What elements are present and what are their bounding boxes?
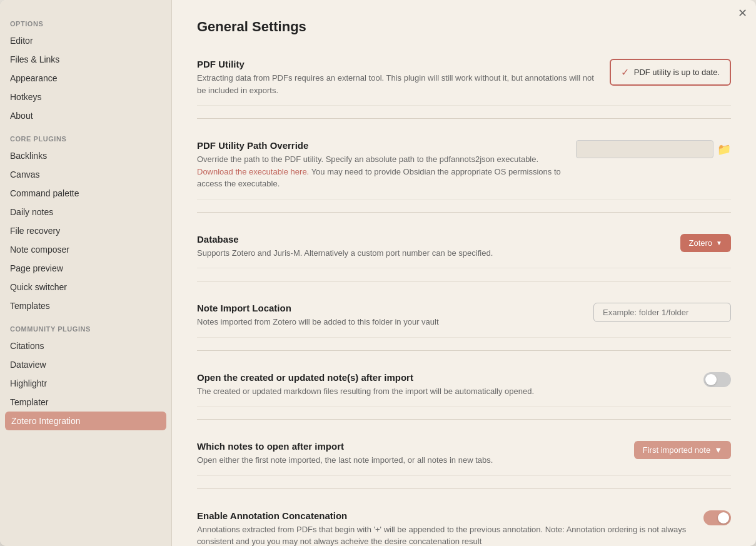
sidebar-item-zotero-integration[interactable]: Zotero Integration bbox=[5, 412, 166, 430]
options-section-label: Options bbox=[0, 10, 171, 31]
sidebar-item-backlinks[interactable]: Backlinks bbox=[0, 146, 171, 165]
sidebar-item-canvas[interactable]: Canvas bbox=[0, 165, 171, 184]
chevron-down-icon: ▼ bbox=[714, 445, 722, 455]
folder-button[interactable]: 📁 bbox=[717, 143, 731, 156]
settings-modal: ✕ Options Editor Files & Links Appearanc… bbox=[0, 0, 756, 546]
pdf-path-desc-text: Override the path to the PDF utility. Sp… bbox=[197, 154, 538, 164]
pdf-path-title: PDF Utility Path Override bbox=[197, 140, 563, 151]
folder-icon: 📁 bbox=[717, 143, 731, 156]
sidebar-item-dataview[interactable]: Dataview bbox=[0, 355, 171, 374]
annotation-concat-control bbox=[703, 510, 731, 525]
sidebar: Options Editor Files & Links Appearance … bbox=[0, 0, 172, 546]
annotation-concat-title: Enable Annotation Concatenation bbox=[197, 510, 691, 521]
sidebar-item-file-recovery[interactable]: File recovery bbox=[0, 221, 171, 240]
core-plugins-label: Core plugins bbox=[0, 125, 171, 146]
database-dropdown[interactable]: Zotero ▼ bbox=[680, 234, 731, 252]
sidebar-item-citations[interactable]: Citations bbox=[0, 336, 171, 355]
pdf-utility-desc: Extracting data from PDFs requires an ex… bbox=[197, 72, 597, 96]
sidebar-item-about[interactable]: About bbox=[0, 106, 171, 125]
annotation-concat-info: Enable Annotation Concatenation Annotati… bbox=[197, 510, 691, 547]
community-plugins-label: Community plugins bbox=[0, 315, 171, 336]
chevron-down-icon: ▼ bbox=[716, 240, 722, 246]
pdf-path-info: PDF Utility Path Override Override the p… bbox=[197, 140, 563, 190]
database-setting: Database Supports Zotero and Juris-M. Al… bbox=[197, 225, 731, 269]
import-location-input[interactable] bbox=[593, 303, 731, 322]
which-notes-desc: Open either the first note imported, the… bbox=[197, 454, 622, 467]
which-notes-control: First imported note ▼ bbox=[634, 441, 731, 459]
sidebar-item-daily-notes[interactable]: Daily notes bbox=[0, 203, 171, 221]
open-after-import-toggle[interactable] bbox=[703, 372, 731, 387]
open-after-import-title: Open the created or updated note(s) afte… bbox=[197, 372, 691, 383]
which-notes-value: First imported note bbox=[643, 445, 710, 455]
pdf-path-setting: PDF Utility Path Override Override the p… bbox=[197, 131, 731, 200]
which-notes-dropdown[interactable]: First imported note ▼ bbox=[634, 441, 731, 459]
pdf-path-control: 📁 bbox=[576, 140, 731, 158]
sidebar-item-highlightr[interactable]: Highlightr bbox=[0, 374, 171, 393]
sidebar-item-files-links[interactable]: Files & Links bbox=[0, 50, 171, 69]
close-button[interactable]: ✕ bbox=[738, 8, 747, 19]
pdf-utility-setting: PDF Utility Extracting data from PDFs re… bbox=[197, 50, 731, 106]
open-after-import-setting: Open the created or updated note(s) afte… bbox=[197, 363, 731, 407]
pdf-utility-control: ✓ PDF utility is up to date. bbox=[610, 59, 731, 86]
sidebar-item-command-palette[interactable]: Command palette bbox=[0, 184, 171, 203]
import-location-desc: Notes imported from Zotero will be added… bbox=[197, 316, 581, 328]
database-desc: Supports Zotero and Juris-M. Alternative… bbox=[197, 247, 668, 260]
sidebar-item-note-composer[interactable]: Note composer bbox=[0, 240, 171, 259]
import-location-info: Note Import Location Notes imported from… bbox=[197, 303, 581, 328]
which-notes-title: Which notes to open after import bbox=[197, 441, 622, 452]
database-info: Database Supports Zotero and Juris-M. Al… bbox=[197, 234, 668, 260]
which-notes-setting: Which notes to open after import Open ei… bbox=[197, 432, 731, 476]
pdf-path-input[interactable] bbox=[576, 140, 713, 158]
pdf-utility-info: PDF Utility Extracting data from PDFs re… bbox=[197, 59, 597, 96]
sidebar-item-quick-switcher[interactable]: Quick switcher bbox=[0, 278, 171, 296]
import-location-control bbox=[593, 303, 731, 322]
open-after-import-desc: The created or updated markdown files re… bbox=[197, 385, 691, 398]
pdf-path-desc: Override the path to the PDF utility. Sp… bbox=[197, 153, 563, 190]
annotation-concat-desc: Annotations extracted from PDFs that beg… bbox=[197, 523, 691, 547]
sidebar-item-page-preview[interactable]: Page preview bbox=[0, 259, 171, 278]
status-text: PDF utility is up to date. bbox=[634, 68, 720, 77]
database-value: Zotero bbox=[689, 238, 713, 248]
sidebar-item-templates[interactable]: Templates bbox=[0, 296, 171, 315]
pdf-utility-status: ✓ PDF utility is up to date. bbox=[610, 59, 731, 86]
main-content: General Settings PDF Utility Extracting … bbox=[172, 0, 756, 546]
page-title: General Settings bbox=[197, 19, 731, 35]
which-notes-info: Which notes to open after import Open ei… bbox=[197, 441, 622, 467]
download-link[interactable]: Download the executable here. bbox=[197, 167, 309, 176]
open-after-import-control bbox=[703, 372, 731, 387]
sidebar-item-appearance[interactable]: Appearance bbox=[0, 69, 171, 88]
database-title: Database bbox=[197, 234, 668, 245]
pdf-utility-title: PDF Utility bbox=[197, 59, 597, 69]
import-location-title: Note Import Location bbox=[197, 303, 581, 313]
check-icon: ✓ bbox=[621, 66, 629, 78]
sidebar-item-editor[interactable]: Editor bbox=[0, 31, 171, 50]
annotation-concat-toggle[interactable] bbox=[703, 510, 731, 525]
database-control: Zotero ▼ bbox=[680, 234, 731, 252]
sidebar-item-hotkeys[interactable]: Hotkeys bbox=[0, 88, 171, 106]
import-location-setting: Note Import Location Notes imported from… bbox=[197, 294, 731, 338]
annotation-concat-setting: Enable Annotation Concatenation Annotati… bbox=[197, 502, 731, 547]
sidebar-item-templater[interactable]: Templater bbox=[0, 393, 171, 412]
open-after-import-info: Open the created or updated note(s) afte… bbox=[197, 372, 691, 398]
